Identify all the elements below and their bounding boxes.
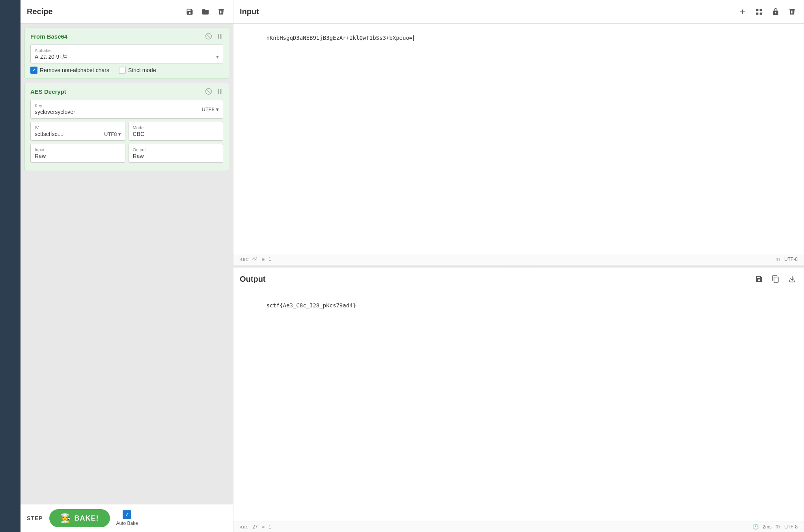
trash-icon (217, 8, 225, 16)
svg-rect-9 (760, 9, 762, 11)
export-icon (772, 8, 780, 16)
auto-bake-checkbox[interactable] (123, 510, 131, 519)
from-base64-header-icons (205, 33, 223, 40)
svg-rect-3 (220, 34, 222, 39)
input-abc-label: ABC (240, 257, 248, 262)
save-icon (186, 8, 194, 16)
delete-recipe-button[interactable] (216, 6, 227, 17)
input-delete-button[interactable] (787, 6, 798, 17)
aes-output-label: Output (133, 147, 219, 152)
remove-non-alphabet-checkbox[interactable]: Remove non-alphabet chars (30, 67, 109, 74)
input-output-row: Input Raw Output Raw (30, 144, 223, 163)
iv-value: sctfsctfsct... (35, 131, 63, 137)
input-text-area[interactable]: nKnbHsgqD3aNEB91jB3gEzAr+IklQwT1bSs3+bXp… (233, 24, 804, 254)
bottom-bar: STEP 👨‍🍳 BAKE! Auto Bake (21, 504, 233, 532)
from-base64-title: From Base64 (30, 33, 67, 40)
input-footer: ABC 44 ≡ 1 Tr UTF-8 (233, 254, 804, 265)
key-value: sycloversyclover (35, 109, 202, 115)
auto-bake-label: Auto Bake (116, 521, 138, 526)
key-field[interactable]: Key sycloversyclover UTF8 ▾ (30, 100, 223, 119)
right-panel: Input (233, 0, 804, 532)
alphabet-label: Alphabet (35, 48, 219, 53)
input-trash-icon (788, 8, 796, 16)
from-base64-card: From Base64 (24, 28, 229, 79)
input-title: Input (240, 7, 259, 16)
input-header-icons (737, 6, 798, 17)
alphabet-value: A-Za-z0-9+/= (35, 54, 67, 60)
step-button[interactable]: STEP (27, 515, 43, 521)
input-layout-button[interactable] (754, 6, 765, 17)
output-char-count: 27 (252, 524, 257, 530)
input-section: Input (233, 0, 804, 265)
add-input-button[interactable] (737, 6, 748, 17)
svg-rect-7 (220, 89, 222, 94)
remove-non-alphabet-box[interactable] (30, 67, 37, 74)
iv-row: sctfsctfsct... UTF8 ▾ (35, 131, 121, 137)
iv-label: IV (35, 125, 121, 130)
svg-rect-8 (756, 9, 759, 11)
pause-from-base64-button[interactable] (216, 33, 223, 40)
alphabet-dropdown-row: A-Za-z0-9+/= ▾ (35, 54, 219, 60)
bake-label: BAKE! (75, 514, 99, 523)
output-export-button[interactable] (787, 273, 798, 285)
pause-aes-button[interactable] (216, 88, 223, 95)
output-Tt-icon: Tr (776, 524, 780, 530)
input-line-count: 1 (269, 257, 271, 262)
layout-icon (755, 8, 763, 16)
output-header-icons (754, 273, 798, 285)
aes-input-field[interactable]: Input Raw (30, 144, 125, 163)
disable-icon (205, 33, 212, 40)
mode-field[interactable]: Mode CBC (129, 122, 224, 141)
output-footer: ABC 27 ≡ 1 🕐 2ms Tr UTF-8 (233, 521, 804, 532)
main-layout: Recipe (0, 0, 804, 532)
disable-from-base64-button[interactable] (205, 33, 212, 40)
key-label: Key (35, 103, 202, 108)
input-value: nKnbHsgqD3aNEB91jB3gEzAr+IklQwT1bSs3+bXp… (266, 35, 412, 41)
output-copy-button[interactable] (770, 273, 781, 285)
aes-decrypt-title: AES Decrypt (30, 88, 66, 95)
aes-decrypt-header-icons (205, 88, 223, 95)
alphabet-field[interactable]: Alphabet A-Za-z0-9+/= ▾ (30, 45, 223, 63)
output-abc-label: ABC (240, 525, 248, 529)
output-panel-header: Output (233, 268, 804, 291)
output-save-button[interactable] (754, 273, 765, 285)
output-value: sctf{Ae3_C8c_I28_pKcs79ad4} (266, 302, 356, 309)
key-encoding-select[interactable]: UTF8 ▾ (202, 106, 219, 112)
svg-rect-10 (756, 12, 759, 15)
input-export-button[interactable] (770, 6, 781, 17)
strict-mode-box[interactable] (119, 67, 126, 74)
input-char-count: 44 (252, 257, 257, 262)
strict-mode-label: Strict mode (128, 67, 156, 73)
recipe-header-icons (184, 6, 227, 17)
svg-line-5 (207, 89, 211, 94)
svg-rect-6 (218, 89, 219, 94)
output-export-icon (788, 275, 796, 283)
plus-icon (739, 8, 746, 16)
iv-encoding-arrow: ▾ (118, 131, 121, 137)
input-cursor (413, 35, 414, 41)
open-folder-button[interactable] (200, 6, 211, 17)
recipe-body: From Base64 (21, 24, 233, 504)
aes-decrypt-card: AES Decrypt (24, 83, 229, 171)
mode-value: CBC (133, 131, 219, 137)
sidebar-strip (0, 0, 21, 532)
output-title: Output (240, 275, 266, 284)
output-encoding: UTF-8 (784, 524, 798, 530)
bake-button[interactable]: 👨‍🍳 BAKE! (49, 509, 110, 527)
alphabet-dropdown-arrow: ▾ (216, 54, 219, 60)
input-encoding: UTF-8 (784, 257, 798, 262)
checkbox-row: Remove non-alphabet chars Strict mode (30, 67, 223, 74)
recipe-title: Recipe (27, 7, 53, 16)
iv-encoding-select[interactable]: UTF8 ▾ (104, 131, 121, 137)
aes-input-label: Input (35, 147, 121, 152)
strict-mode-checkbox[interactable]: Strict mode (119, 67, 156, 74)
remove-non-alphabet-label: Remove non-alphabet chars (40, 67, 109, 73)
save-button[interactable] (184, 6, 195, 17)
output-save-icon (755, 275, 763, 283)
svg-line-1 (207, 34, 211, 39)
aes-output-field[interactable]: Output Raw (129, 144, 224, 163)
auto-bake-item: Auto Bake (116, 510, 138, 526)
disable-aes-button[interactable] (205, 88, 212, 95)
iv-field[interactable]: IV sctfsctfsct... UTF8 ▾ (30, 122, 125, 141)
key-encoding-arrow: ▾ (216, 106, 219, 112)
